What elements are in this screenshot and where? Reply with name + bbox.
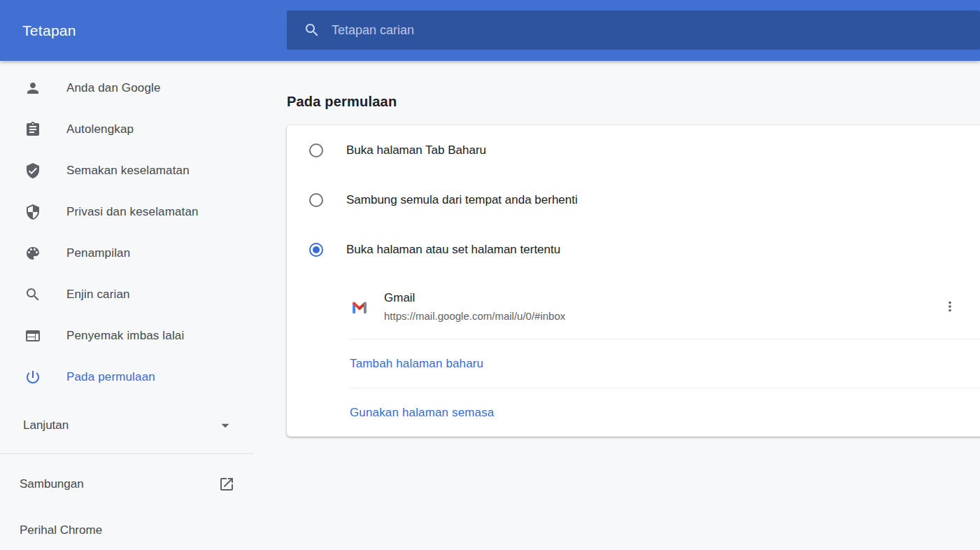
radio-button-checked[interactable] — [309, 243, 323, 257]
sidebar-item-search-engine[interactable]: Enjin carian — [0, 274, 254, 315]
sidebar-item-autofill[interactable]: Autolengkap — [0, 108, 254, 150]
palette-icon — [24, 245, 41, 262]
sidebar-item-label: Autolengkap — [66, 122, 134, 136]
sidebar-item-privacy[interactable]: Privasi dan keselamatan — [0, 191, 254, 232]
chevron-down-icon — [216, 416, 234, 435]
option-open-specific-pages[interactable]: Buka halaman atau set halaman tertentu — [287, 225, 980, 274]
option-continue-where-left-off[interactable]: Sambung semula dari tempat anda berhenti — [287, 175, 980, 225]
startup-page-row: Gmail https://mail.google.com/mail/u/0/#… — [287, 274, 980, 339]
sidebar-item-label: Pada permulaan — [66, 370, 155, 384]
person-icon — [24, 80, 41, 97]
search-engine-icon — [24, 286, 41, 303]
search-icon — [304, 22, 320, 38]
about-label: Perihal Chrome — [20, 523, 102, 537]
browser-window-icon — [24, 327, 41, 344]
option-label: Buka halaman Tab Baharu — [346, 143, 486, 157]
power-icon — [24, 369, 41, 386]
startup-page-info: Gmail https://mail.google.com/mail/u/0/#… — [384, 291, 565, 322]
sidebar-item-label: Anda dan Google — [66, 81, 161, 95]
sidebar-item-on-startup[interactable]: Pada permulaan — [0, 356, 254, 397]
sidebar-item-label: Privasi dan keselamatan — [66, 205, 199, 219]
radio-button-unchecked[interactable] — [309, 143, 323, 157]
add-new-page-button[interactable]: Tambah halaman baharu — [350, 357, 483, 371]
sidebar-item-extensions[interactable]: Sambungan — [0, 454, 254, 514]
gmail-icon — [350, 297, 369, 316]
use-current-pages-button[interactable]: Gunakan halaman semasa — [350, 406, 494, 420]
option-open-new-tab[interactable]: Buka halaman Tab Baharu — [287, 125, 980, 175]
radio-button-unchecked[interactable] — [309, 193, 323, 207]
on-startup-card: Buka halaman Tab Baharu Sambung semula d… — [287, 125, 980, 437]
option-label: Buka halaman atau set halaman tertentu — [346, 243, 560, 257]
page-title: Tetapan — [22, 22, 76, 39]
sidebar-item-label: Semakan keselamatan — [66, 164, 190, 178]
header: Tetapan — [0, 0, 980, 61]
autofill-icon — [24, 121, 41, 138]
search-bar[interactable] — [287, 10, 980, 50]
open-in-new-icon — [218, 476, 235, 493]
extensions-label: Sambungan — [20, 477, 84, 491]
sidebar-item-label: Penyemak imbas lalai — [66, 329, 184, 343]
option-label: Sambung semula dari tempat anda berhenti — [346, 193, 578, 207]
startup-page-title: Gmail — [384, 291, 565, 305]
section-title: Pada permulaan — [287, 94, 397, 110]
privacy-shield-icon — [24, 204, 41, 220]
safety-check-icon — [24, 162, 41, 179]
more-vert-icon — [942, 299, 958, 314]
startup-page-url: https://mail.google.com/mail/u/0/#inbox — [384, 310, 565, 322]
sidebar-item-label: Enjin carian — [66, 288, 130, 302]
advanced-label: Lanjutan — [23, 418, 69, 432]
sidebar-item-about-chrome[interactable]: Perihal Chrome — [0, 514, 254, 547]
use-current-pages-row: Gunakan halaman semasa — [287, 388, 980, 437]
more-actions-button[interactable] — [936, 292, 964, 320]
add-new-page-row: Tambah halaman baharu — [287, 339, 980, 388]
sidebar-item-label: Penampilan — [66, 246, 130, 260]
sidebar-item-advanced[interactable]: Lanjutan — [0, 406, 254, 445]
sidebar-item-safety-check[interactable]: Semakan keselamatan — [0, 150, 254, 191]
sidebar-item-appearance[interactable]: Penampilan — [0, 232, 254, 274]
search-input[interactable] — [332, 23, 821, 38]
sidebar-item-you-and-google[interactable]: Anda dan Google — [0, 67, 254, 108]
sidebar: Anda dan Google Autolengkap Semakan kese… — [0, 61, 254, 547]
sidebar-item-default-browser[interactable]: Penyemak imbas lalai — [0, 315, 254, 356]
